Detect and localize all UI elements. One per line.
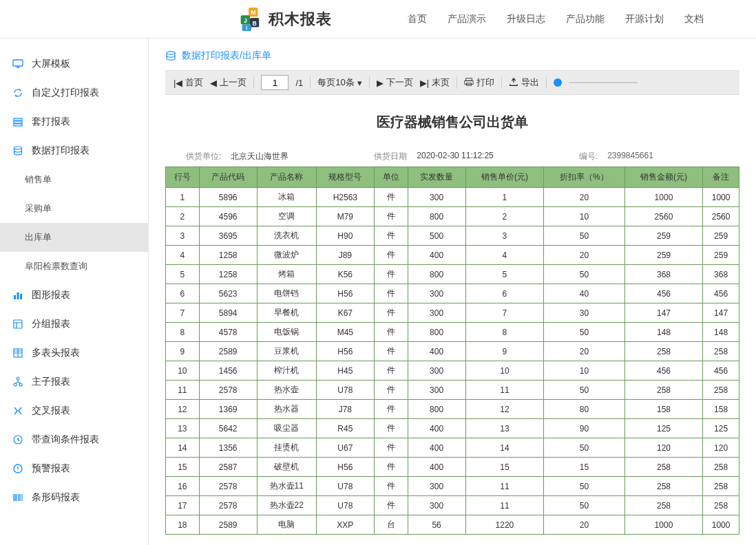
table-cell: 1	[166, 188, 200, 207]
table-cell: 258	[703, 496, 739, 515]
svg-rect-24	[466, 78, 472, 81]
table-cell: 11	[465, 477, 544, 496]
sidebar-item-8[interactable]: 图形报表	[0, 281, 148, 310]
table-cell: 件	[374, 246, 408, 265]
table-cell: 烤箱	[257, 265, 316, 284]
table-cell: 2560	[703, 207, 739, 226]
table-cell: 冰箱	[257, 188, 316, 207]
sidebar-item-3[interactable]: 数据打印报表	[0, 136, 148, 165]
nav-item-4[interactable]: 开源计划	[625, 13, 664, 25]
sidebar-item-5[interactable]: 采购单	[0, 194, 148, 223]
table-cell: 259	[624, 246, 703, 265]
pagesize-select[interactable]: 每页10条 ▾	[317, 76, 361, 89]
table-cell: 147	[624, 303, 703, 323]
nav-item-2[interactable]: 升级日志	[507, 13, 545, 25]
table-cell: 件	[374, 419, 408, 438]
table-column: 单位	[374, 167, 408, 188]
sidebar-item-12[interactable]: 交叉报表	[0, 396, 148, 425]
sidebar-item-0[interactable]: 大屏模板	[0, 50, 148, 78]
sidebar-item-15[interactable]: 条形码报表	[0, 483, 148, 512]
zoom-slider-track[interactable]	[569, 82, 638, 83]
table-cell: 368	[703, 265, 739, 284]
table-cell: 热水壶22	[257, 496, 316, 515]
sidebar-item-4[interactable]: 销售单	[0, 165, 148, 194]
table-cell: J78	[316, 400, 374, 419]
table-cell: 4578	[199, 323, 257, 342]
table-row: 24596空调M79件80021025602560	[166, 207, 739, 226]
page-input[interactable]	[261, 75, 288, 90]
sidebar-item-label: 采购单	[25, 202, 52, 215]
table-cell: 17	[166, 496, 200, 515]
sidebar-item-11[interactable]: 主子报表	[0, 367, 148, 396]
table-cell: M79	[316, 207, 374, 226]
sidebar-item-label: 主子报表	[32, 376, 70, 388]
table-row: 162578热水壶11U78件3001150258258	[166, 477, 739, 496]
table-cell: 件	[374, 226, 408, 246]
table-cell: 13	[465, 419, 544, 438]
table-cell: 18	[166, 515, 200, 535]
table-cell: H56	[316, 342, 374, 361]
svg-point-23	[167, 52, 175, 54]
table-cell: 12	[465, 400, 544, 419]
table-cell: 456	[703, 284, 739, 303]
sidebar-item-6[interactable]: 出库单	[0, 223, 148, 252]
svg-rect-14	[17, 292, 19, 299]
next-icon: ▶	[377, 78, 384, 88]
table-cell: 件	[374, 342, 408, 361]
table-cell: U78	[316, 477, 374, 496]
first-icon: |◀	[174, 78, 182, 88]
nav-item-5[interactable]: 文档	[684, 13, 704, 25]
zoom-slider-handle[interactable]	[554, 78, 562, 87]
table-cell: H45	[316, 361, 374, 381]
sidebar-item-label: 自定义打印报表	[32, 87, 99, 99]
sidebar-item-label: 预警报表	[32, 462, 70, 475]
export-button[interactable]: 导出	[509, 76, 539, 89]
table-row: 51258烤箱K56件800550368368	[166, 265, 739, 284]
table-cell: 件	[374, 477, 408, 496]
table-row: 92589豆浆机H56件400920258258	[166, 342, 739, 361]
table-cell: M45	[316, 323, 374, 342]
table-cell: 300	[408, 361, 465, 381]
nav-item-1[interactable]: 产品演示	[448, 13, 486, 25]
table-cell: 3	[166, 226, 200, 246]
first-page-button[interactable]: |◀ 首页	[174, 76, 203, 89]
table-row: 65623电饼铛H56件300640456456	[166, 284, 739, 303]
table-cell: 7	[465, 303, 544, 323]
sidebar-item-2[interactable]: 套打报表	[0, 107, 148, 136]
table-row: 172578热水壶22U78件3001150258258	[166, 496, 739, 515]
multi-icon	[12, 348, 23, 359]
svg-point-19	[14, 383, 17, 386]
table-cell: 10	[166, 361, 200, 381]
nav-item-3[interactable]: 产品功能	[566, 13, 605, 25]
table-cell: 14	[166, 438, 200, 458]
table-cell: 300	[408, 496, 465, 515]
sidebar-item-7[interactable]: 阜阳检票数查询	[0, 252, 148, 281]
table-cell: 9	[166, 342, 200, 361]
table-cell: J89	[316, 246, 374, 265]
table-row: 41258微波炉J89件400420259259	[166, 246, 739, 265]
sidebar-item-label: 套打报表	[32, 116, 70, 128]
logo-icon: M J B I	[237, 6, 263, 32]
prev-page-button[interactable]: ◀ 上一页	[210, 76, 246, 89]
table-row: 121369热水器J78件8001280158158	[166, 400, 739, 419]
nav-item-0[interactable]: 首页	[408, 13, 427, 25]
table-cell: U67	[316, 438, 374, 458]
sidebar-item-9[interactable]: 分组报表	[0, 310, 148, 339]
table-cell: 件	[374, 400, 408, 419]
table-cell: 2560	[624, 207, 703, 226]
table-cell: 早餐机	[257, 303, 316, 323]
table-cell: 1369	[199, 400, 257, 419]
sidebar-item-10[interactable]: 多表头报表	[0, 339, 148, 367]
print-button[interactable]: 打印	[464, 76, 494, 89]
table-cell: 258	[624, 477, 703, 496]
breadcrumb: 数据打印报表/出库单	[149, 50, 756, 70]
next-page-button[interactable]: ▶ 下一页	[377, 76, 413, 89]
table-cell: 258	[624, 496, 703, 515]
last-page-button[interactable]: ▶| 末页	[420, 76, 450, 89]
report-title: 医疗器械销售公司出货单	[165, 113, 739, 131]
sidebar-item-14[interactable]: 预警报表	[0, 454, 148, 483]
table-cell: U78	[316, 381, 374, 400]
table-cell: 件	[374, 323, 408, 342]
sidebar-item-13[interactable]: 带查询条件报表	[0, 425, 148, 454]
sidebar-item-1[interactable]: 自定义打印报表	[0, 78, 148, 107]
